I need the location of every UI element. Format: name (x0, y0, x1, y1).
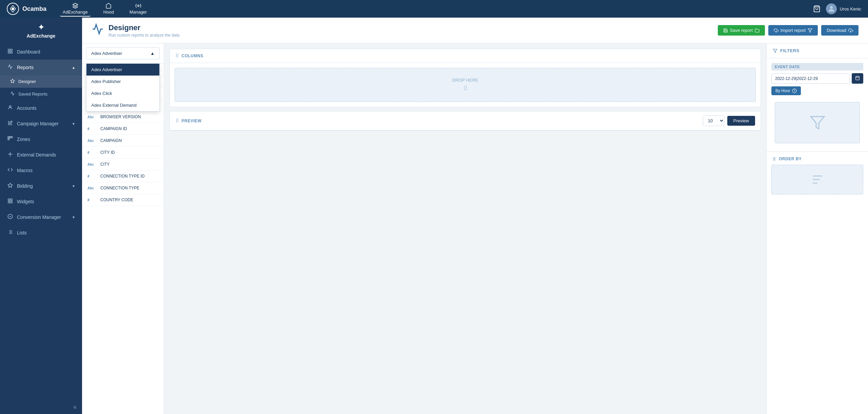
sidebar-item-dashboard-label: Dashboard (17, 49, 40, 55)
nav-manager[interactable]: Manager (127, 1, 150, 17)
order-list-icon (810, 172, 825, 187)
import-filter-icon (808, 28, 812, 33)
by-hour-button[interactable]: By Hour (771, 86, 801, 95)
preview-header: ⠿ PREVIEW 10 25 50 100 Preview (170, 111, 761, 130)
campaign-manager-icon (7, 120, 14, 127)
user-avatar (826, 3, 837, 14)
field-item-connection-type-id[interactable]: # CONNECTION TYPE ID (82, 170, 164, 182)
preview-button-label: Preview (733, 118, 749, 123)
field-item-campaign-id[interactable]: # CAMPAIGN ID (82, 123, 164, 135)
nav-adexchange[interactable]: AdExchange (60, 1, 91, 17)
columns-title: COLUMNS (182, 54, 203, 58)
nav-manager-label: Manager (130, 9, 147, 15)
sidebar-item-widgets[interactable]: Widgets (0, 194, 82, 209)
sidebar-item-zones[interactable]: Zones (0, 131, 82, 147)
field-item-city[interactable]: Abc CITY (82, 159, 164, 170)
columns-drop-icon: ⠿ (463, 85, 468, 92)
sidebar-item-external-demands[interactable]: External Demands (0, 147, 82, 163)
page-title-area: Designer Run custom reports to analyze t… (92, 23, 179, 38)
sidebar-item-lists-label: Lists (17, 230, 27, 235)
filter-drop-area[interactable] (775, 102, 860, 143)
sidebar-item-macros[interactable]: Macros (0, 163, 82, 178)
page-title-text: Designer Run custom reports to analyze t… (108, 23, 179, 38)
zones-icon (7, 136, 14, 143)
preview-drag-icon: ⠿ (175, 118, 179, 124)
calendar-button[interactable] (852, 73, 863, 84)
content-area: Designer Run custom reports to analyze t… (82, 18, 868, 414)
lists-icon (7, 229, 14, 236)
field-item-label: CONNECTION TYPE ID (100, 174, 144, 179)
page-title: Designer (108, 23, 179, 32)
sidebar-item-bidding[interactable]: Bidding ▼ (0, 178, 82, 194)
columns-drag-icon: ⠿ (175, 53, 179, 59)
report-type-selector: Adex Advertiser ▲ Adex Advertiser Adex P… (82, 43, 164, 64)
download-button[interactable]: Download (821, 25, 859, 36)
field-item-connection-type[interactable]: Abc CONNECTION TYPE (82, 182, 164, 194)
designer-page-icon (92, 23, 104, 38)
dropdown-item-label: Adex External Demand (91, 103, 137, 108)
report-type-button[interactable]: Adex Advertiser ▲ (86, 47, 160, 59)
dropdown-item-adex-external-demand[interactable]: Adex External Demand (86, 99, 159, 111)
svg-point-1 (12, 7, 14, 10)
sidebar-item-bidding-label: Bidding (17, 183, 33, 189)
preview-count-select[interactable]: 10 25 50 100 (703, 116, 725, 126)
main-layout: ✦ AdExchange Dashboard Reports ▲ Designe… (0, 18, 868, 414)
campaign-chevron: ▼ (72, 122, 75, 126)
svg-rect-8 (11, 51, 12, 53)
field-item-browser-version[interactable]: Abc BROWSER VERSION (82, 111, 164, 123)
sidebar-brand-label: AdExchange (27, 33, 56, 39)
nav-hood[interactable]: Hood (101, 1, 117, 17)
sidebar-item-accounts[interactable]: Accounts (0, 100, 82, 116)
macros-icon (7, 167, 14, 174)
order-by-section: ORDER BY (767, 151, 868, 199)
cart-icon[interactable] (813, 5, 821, 13)
user-info[interactable]: Uros Kenic (826, 3, 861, 14)
sidebar-item-campaign-label: Campaign Manager (17, 121, 59, 126)
sidebar-item-dashboard[interactable]: Dashboard (0, 44, 82, 60)
sidebar-item-designer[interactable]: Designer (0, 75, 82, 88)
save-report-button[interactable]: Save report (718, 25, 765, 36)
svg-rect-17 (8, 199, 10, 201)
svg-point-15 (9, 153, 11, 155)
sidebar-item-campaign-manager[interactable]: Campaign Manager ▼ (0, 116, 82, 131)
external-demands-icon (7, 151, 14, 158)
columns-drop-area[interactable]: DROP HERE ⠿ (175, 68, 756, 102)
import-report-button[interactable]: Import report (768, 25, 818, 36)
sidebar-item-lists[interactable]: Lists (0, 225, 82, 241)
svg-rect-7 (8, 51, 10, 53)
event-date-section: EVENT DATE By Hour (767, 58, 868, 151)
sidebar-item-conversion-manager[interactable]: Conversion Manager ▼ (0, 209, 82, 225)
collapse-icon: « (73, 403, 77, 411)
field-item-city-id[interactable]: # CITY ID (82, 147, 164, 159)
dropdown-item-adex-advertiser[interactable]: Adex Advertiser (86, 64, 159, 76)
svg-point-10 (9, 106, 11, 107)
sidebar-collapse-btn[interactable]: « (0, 400, 82, 414)
sidebar-item-saved-reports[interactable]: Saved Reports (0, 88, 82, 100)
sidebar-item-reports[interactable]: Reports ▲ (0, 60, 82, 75)
top-nav-items: AdExchange Hood Manager (60, 1, 803, 17)
field-item-country-code[interactable]: # COUNTRY CODE (82, 194, 164, 206)
designer-icon (10, 79, 15, 84)
sidebar-item-reports-label: Reports (17, 65, 34, 70)
order-by-icon (771, 157, 776, 161)
date-input[interactable] (771, 74, 850, 84)
preview-button[interactable]: Preview (727, 116, 755, 126)
sidebar-item-saved-reports-label: Saved Reports (18, 91, 47, 97)
svg-marker-31 (773, 49, 777, 53)
filter-funnel-icon (809, 115, 826, 131)
sidebar-item-accounts-label: Accounts (17, 105, 37, 111)
dropdown-item-adex-click[interactable]: Adex Click (86, 87, 159, 99)
designer-main: ⠿ COLUMNS DROP HERE ⠿ ⠿ PREVIEW (164, 43, 766, 414)
dropdown-item-label: Adex Publisher (91, 79, 121, 84)
sidebar-item-designer-label: Designer (18, 79, 36, 84)
svg-point-4 (830, 6, 833, 9)
order-drop-area[interactable] (771, 165, 863, 194)
bidding-chevron: ▼ (72, 184, 75, 188)
svg-rect-11 (8, 137, 9, 138)
logo: Ocamba (7, 3, 46, 15)
page-subtitle: Run custom reports to analyze the data (108, 33, 179, 38)
dropdown-item-adex-publisher[interactable]: Adex Publisher (86, 76, 159, 87)
sidebar-brand: ✦ AdExchange (0, 18, 82, 44)
by-hour-label: By Hour (775, 88, 790, 93)
field-item-campaign[interactable]: Abc CAMPAIGN (82, 135, 164, 147)
